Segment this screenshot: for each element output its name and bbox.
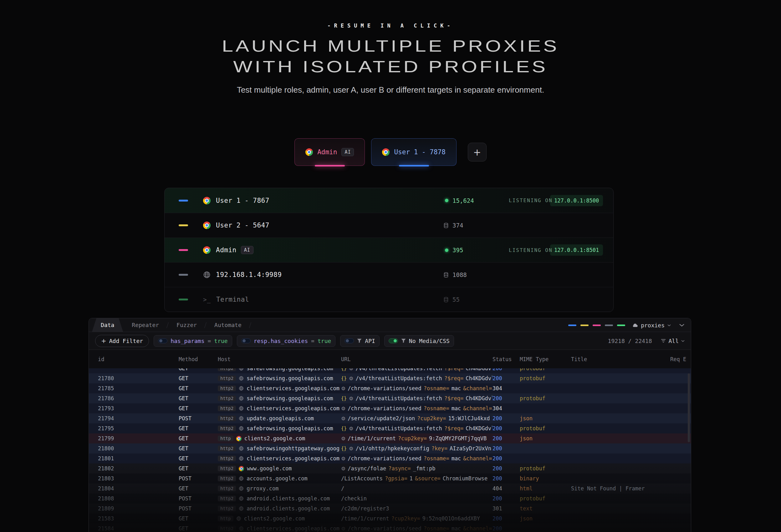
proxies-dropdown[interactable]: proxies xyxy=(632,322,671,329)
protocol-badge: http2 xyxy=(218,406,236,411)
session-icon-wrap xyxy=(203,197,211,204)
cell-host: http2accounts.google.com xyxy=(218,475,341,482)
chip-toggle[interactable] xyxy=(344,338,354,343)
filter-chip-has_params[interactable]: has_params=true xyxy=(154,335,232,347)
table-row[interactable]: 21584GEThttp2clientservices.googleapis.c… xyxy=(89,524,691,532)
filter-field: resp.has_cookies xyxy=(254,338,308,344)
host-name: safebrowsingohttpgateway.goog xyxy=(247,445,339,452)
session-row[interactable]: 192.168.1.4:99891088 xyxy=(165,262,613,287)
table-row[interactable]: 21804GEThttp2grroxy.com/404htmlSite Not … xyxy=(89,484,691,493)
column-header-status[interactable]: Status xyxy=(493,356,520,362)
cell-mime-type: protobuf xyxy=(520,495,571,502)
tab-fuzzer[interactable]: Fuzzer xyxy=(168,318,206,332)
chip-toggle[interactable] xyxy=(158,338,167,343)
cell-url: {}⚙/v1/ohttp/hpkekeyconfig?key=AIzaSyDr2… xyxy=(341,445,493,452)
url-query: ?osname= xyxy=(424,525,449,532)
host-name: clients2.google.com xyxy=(244,516,305,522)
column-header-host[interactable]: Host xyxy=(218,356,341,362)
listening-label: LISTENING ON xyxy=(509,198,552,203)
add-filter-label: Add Filter xyxy=(109,338,143,344)
request-count: 374 xyxy=(452,222,463,229)
column-header-title[interactable]: Title xyxy=(571,356,670,362)
user-underline xyxy=(399,165,429,166)
table-row[interactable]: 21800GEThttp2safebrowsingohttpgateway.go… xyxy=(89,443,691,453)
protocol-badge: http2 xyxy=(218,416,236,421)
table-row[interactable]: 21793GEThttp2clientservices.googleapis.c… xyxy=(89,403,691,413)
cell-id: 21808 xyxy=(98,495,179,502)
column-header-mime-type[interactable]: MIME Type xyxy=(520,356,571,362)
filter-chip-resp.has_cookies[interactable]: resp.has_cookies=true xyxy=(237,335,336,347)
table-row[interactable]: 21799GEThttpclients2.google.com⚙/time/1/… xyxy=(89,434,691,443)
chip-toggle[interactable] xyxy=(388,338,398,343)
cell-method: GET xyxy=(179,425,218,432)
url-path: / xyxy=(341,485,344,492)
column-header-req-e[interactable]: Req E xyxy=(670,356,691,362)
braces-icon: {} xyxy=(341,375,347,381)
column-header-url[interactable]: URL xyxy=(341,356,493,362)
cell-host: http2clientservices.googleapis.com xyxy=(218,405,341,411)
chrome-icon xyxy=(305,148,313,156)
session-icon-wrap xyxy=(203,271,211,279)
profile-card-admin[interactable]: Admin AI xyxy=(294,138,365,166)
url-path: /v4/threatListUpdates:fetch xyxy=(356,425,442,432)
session-icon-wrap xyxy=(203,246,211,254)
table-row[interactable]: 21809POSThttp2android.clients.google.com… xyxy=(89,503,691,514)
tab-automate[interactable]: Automate xyxy=(206,318,250,332)
table-row[interactable]: 21780GEThttp2safebrowsing.googleapis.com… xyxy=(89,373,691,383)
cell-method: GET xyxy=(179,375,218,381)
filter-chip-api[interactable]: API xyxy=(340,335,379,347)
chip-toggle[interactable] xyxy=(241,338,251,343)
host-name: safebrowsing.googleapis.com xyxy=(247,425,333,432)
globe-icon xyxy=(239,496,244,501)
gear-icon: ⚙ xyxy=(341,436,345,442)
host-name: www.google.com xyxy=(247,465,292,472)
url-path: /time/1/current xyxy=(347,435,396,442)
column-header-id[interactable]: id xyxy=(98,356,179,362)
url-path: 1 xyxy=(410,475,413,482)
table-row[interactable]: 21583GEThttpclients2.google.com/time/1/c… xyxy=(89,514,691,524)
table-row[interactable]: 21808POSThttp2android.clients.google.com… xyxy=(89,493,691,503)
profile-color-dash xyxy=(179,298,188,300)
session-row[interactable]: >_Terminal55 xyxy=(165,287,613,312)
legend-dash-0 xyxy=(568,325,576,326)
url-query: &channel= xyxy=(463,525,492,532)
session-row[interactable]: User 2 - 5647374 xyxy=(165,213,613,238)
cell-url: / xyxy=(341,485,493,492)
url-query: ?$req= xyxy=(444,375,463,381)
session-row[interactable]: AdminAI395LISTENING ON127.0.0.1:8501 xyxy=(165,238,613,262)
chevron-down-icon xyxy=(681,340,685,342)
cell-method: POST xyxy=(179,475,218,482)
chrome-icon xyxy=(203,246,211,254)
add-filter-button[interactable]: + Add Filter xyxy=(95,335,149,347)
profile-card-user1[interactable]: User 1 - 7878 xyxy=(371,138,456,166)
table-row[interactable]: 21785GEThttp2clientservices.googleapis.c… xyxy=(89,383,691,393)
table-row[interactable]: GEThttp2safebrowsing.googleapis.com{}⚙/v… xyxy=(89,368,691,373)
table-row[interactable]: 21801GEThttp2clientservices.googleapis.c… xyxy=(89,453,691,463)
cell-url: {}⚙/v4/threatListUpdates:fetch?$req=Ch4K… xyxy=(341,368,493,371)
add-profile-button[interactable]: + xyxy=(468,143,487,161)
filter-all-dropdown[interactable]: All xyxy=(661,338,685,344)
tab-data[interactable]: Data xyxy=(92,318,123,332)
host-name: accounts.google.com xyxy=(247,475,307,482)
scrollbar-thumb[interactable] xyxy=(688,373,690,442)
cell-url: ⚙/chrome-variations/seed?osname=mac&chan… xyxy=(341,405,493,411)
session-row[interactable]: User 1 - 786715,624LISTENING ON127.0.0.1… xyxy=(165,188,613,213)
filter-chip-no-media-css[interactable]: No Media/CSS xyxy=(384,335,454,347)
cell-method: GET xyxy=(179,445,218,452)
cell-host: http2grroxy.com xyxy=(218,485,341,492)
table-row[interactable]: 21786GEThttp2safebrowsing.googleapis.com… xyxy=(89,393,691,403)
table-row[interactable]: 21802GEThttp2www.google.com⚙/async/folae… xyxy=(89,463,691,474)
cell-id: 21786 xyxy=(98,395,179,402)
table-row[interactable]: 21803POSThttp2accounts.google.com/ListAc… xyxy=(89,474,691,484)
protocol-badge: http2 xyxy=(218,506,236,511)
host-name: update.googleapis.com xyxy=(247,415,314,421)
cell-status: 200 xyxy=(493,435,520,442)
collapse-panel-chevron[interactable] xyxy=(679,324,685,327)
cell-host: httpclients2.google.com xyxy=(218,516,341,522)
table-row[interactable]: 21795GEThttp2safebrowsing.googleapis.com… xyxy=(89,423,691,434)
tab-repeater[interactable]: Repeater xyxy=(123,318,168,332)
table-row[interactable]: 21794POSThttp2update.googleapis.com⚙/ser… xyxy=(89,413,691,423)
url-query: ?$req= xyxy=(444,425,463,432)
column-header-method[interactable]: Method xyxy=(179,356,218,362)
cell-method: GET xyxy=(179,465,218,472)
